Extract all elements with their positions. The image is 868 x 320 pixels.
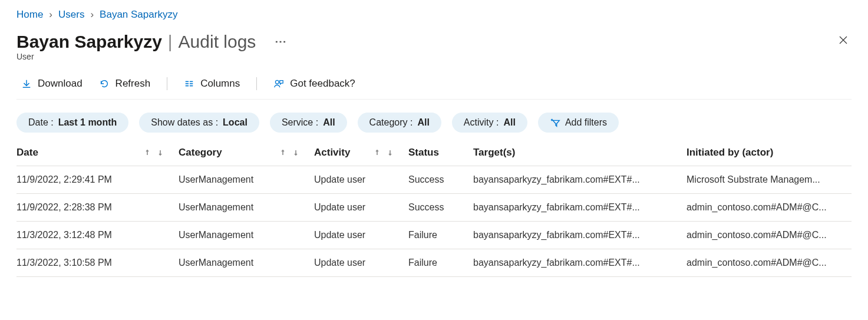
cell-status: Failure	[408, 222, 473, 249]
cell-date: 11/9/2022, 2:28:38 PM	[16, 194, 179, 222]
cell-target: bayansaparkyzy_fabrikam.com#EXT#...	[473, 166, 687, 194]
col-header-date-label: Date	[16, 147, 38, 159]
table-row[interactable]: 11/9/2022, 2:29:41 PMUserManagementUpdat…	[16, 166, 852, 194]
cell-category: UserManagement	[179, 222, 314, 249]
filter-showdates-value: Local	[223, 117, 247, 128]
filter-service-value: All	[323, 117, 335, 128]
close-button[interactable]	[835, 32, 852, 50]
chevron-right-icon: ›	[90, 8, 94, 21]
cell-activity: Update user	[314, 249, 408, 277]
sort-icon[interactable]	[374, 148, 393, 157]
cell-activity: Update user	[314, 194, 408, 222]
col-header-category[interactable]: Category	[179, 140, 314, 166]
filter-bar: Date : Last 1 month Show dates as : Loca…	[16, 113, 852, 133]
col-header-status-label: Status	[408, 147, 439, 158]
cell-target: bayansaparkyzy_fabrikam.com#EXT#...	[473, 249, 687, 277]
breadcrumb-users[interactable]: Users	[58, 8, 84, 21]
title-user-name: Bayan Saparkyzy	[16, 32, 162, 52]
toolbar-divider	[167, 77, 167, 90]
col-header-initiated[interactable]: Initiated by (actor)	[687, 140, 852, 166]
columns-label: Columns	[200, 78, 240, 90]
table-row[interactable]: 11/9/2022, 2:28:38 PMUserManagementUpdat…	[16, 194, 852, 222]
refresh-icon	[99, 78, 110, 89]
cell-target: bayansaparkyzy_fabrikam.com#EXT#...	[473, 222, 687, 249]
columns-button[interactable]: Columns	[179, 77, 245, 91]
col-header-activity-label: Activity	[314, 147, 350, 159]
cell-initiated: Microsoft Substrate Managem...	[687, 166, 852, 194]
filter-category-value: All	[417, 117, 429, 128]
table-row[interactable]: 11/3/2022, 3:10:58 PMUserManagementUpdat…	[16, 249, 852, 277]
breadcrumb-user-name[interactable]: Bayan Saparkyzy	[100, 8, 177, 21]
cell-category: UserManagement	[179, 249, 314, 277]
feedback-label: Got feedback?	[290, 78, 355, 90]
refresh-label: Refresh	[115, 78, 151, 90]
col-header-target[interactable]: Target(s)	[473, 140, 687, 166]
cell-date: 11/3/2022, 3:12:48 PM	[16, 222, 179, 249]
table-row[interactable]: 11/3/2022, 3:12:48 PMUserManagementUpdat…	[16, 222, 852, 249]
cell-activity: Update user	[314, 166, 408, 194]
cell-initiated: admin_contoso.com#ADM#@C...	[687, 194, 852, 222]
filter-date-label: Date :	[28, 117, 54, 128]
breadcrumb-home[interactable]: Home	[16, 8, 43, 21]
close-icon	[839, 35, 848, 47]
sort-icon[interactable]	[280, 148, 299, 157]
cell-status: Failure	[408, 249, 473, 277]
filter-activity-label: Activity :	[464, 117, 499, 128]
refresh-button[interactable]: Refresh	[94, 77, 156, 91]
columns-icon	[184, 78, 194, 89]
cell-initiated: admin_contoso.com#ADM#@C...	[687, 222, 852, 249]
col-header-target-label: Target(s)	[473, 147, 515, 158]
col-header-initiated-label: Initiated by (actor)	[687, 147, 773, 158]
page-title: Bayan Saparkyzy | Audit logs ⋯	[16, 32, 288, 52]
col-header-status[interactable]: Status	[408, 140, 473, 166]
title-separator: |	[164, 32, 176, 52]
cell-status: Success	[408, 166, 473, 194]
download-label: Download	[38, 78, 82, 90]
toolbar: Download Refresh Columns	[16, 77, 852, 100]
title-section: Audit logs	[179, 32, 256, 52]
cell-status: Success	[408, 194, 473, 222]
breadcrumb: Home › Users › Bayan Saparkyzy	[16, 8, 852, 21]
svg-point-0	[276, 80, 279, 84]
feedback-icon	[273, 78, 284, 89]
cell-target: bayansaparkyzy_fabrikam.com#EXT#...	[473, 194, 687, 222]
filter-add-icon	[550, 117, 560, 128]
col-header-category-label: Category	[179, 147, 222, 159]
filter-date-value: Last 1 month	[58, 117, 117, 128]
add-filters-button[interactable]: Add filters	[538, 113, 619, 133]
filter-activity-value: All	[503, 117, 515, 128]
add-filters-label: Add filters	[565, 117, 607, 128]
cell-date: 11/9/2022, 2:29:41 PM	[16, 166, 179, 194]
col-header-date[interactable]: Date	[16, 140, 179, 166]
more-actions-button[interactable]: ⋯	[258, 34, 288, 48]
filter-category[interactable]: Category : All	[358, 113, 441, 133]
filter-show-dates-as[interactable]: Show dates as : Local	[139, 113, 259, 133]
cell-activity: Update user	[314, 222, 408, 249]
cell-date: 11/3/2022, 3:10:58 PM	[16, 249, 179, 277]
filter-service-label: Service :	[282, 117, 318, 128]
filter-date[interactable]: Date : Last 1 month	[16, 113, 128, 133]
feedback-button[interactable]: Got feedback?	[269, 77, 360, 91]
col-header-activity[interactable]: Activity	[314, 140, 408, 166]
chevron-right-icon: ›	[49, 8, 52, 21]
sort-icon[interactable]	[144, 148, 163, 157]
page-subtitle: User	[16, 52, 288, 61]
filter-showdates-label: Show dates as :	[151, 117, 218, 128]
audit-logs-table: Date Category	[16, 140, 852, 277]
cell-category: UserManagement	[179, 194, 314, 222]
download-button[interactable]: Download	[16, 77, 87, 91]
download-icon	[21, 78, 32, 89]
filter-category-label: Category :	[369, 117, 413, 128]
filter-service[interactable]: Service : All	[270, 113, 347, 133]
toolbar-divider	[256, 77, 257, 90]
cell-initiated: admin_contoso.com#ADM#@C...	[687, 249, 852, 277]
cell-category: UserManagement	[179, 166, 314, 194]
filter-activity[interactable]: Activity : All	[452, 113, 527, 133]
